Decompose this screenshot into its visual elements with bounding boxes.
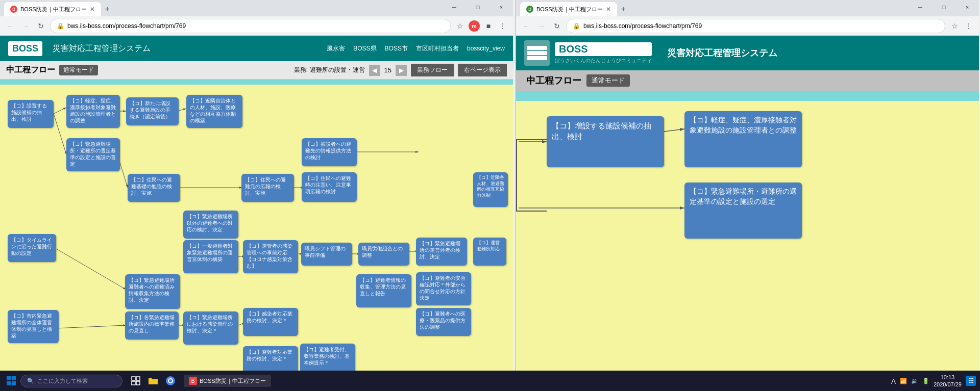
header-nav: 風水害 BOSS県 BOSS市 市区町村担当者 bosscity_view [327,44,505,53]
right-node-rn2[interactable]: 【コ】軽症、疑症、濃厚接触者対象避難施設の施設管理者との調整 [684,111,802,167]
file-explorer-btn[interactable] [146,374,160,388]
node-n14[interactable]: 職員シフト管理の事前準備 [301,243,352,266]
svg-point-33 [169,379,172,382]
nav-boss-pref[interactable]: BOSS県 [353,44,376,53]
taskbar-search-box[interactable]: 🔍 ここに入力して検索 [20,375,122,387]
forward-btn[interactable]: → [19,20,32,32]
new-tab-btn[interactable]: + [101,2,114,16]
nav-bosscity-view[interactable]: bosscity_view [467,45,505,52]
profile-area[interactable]: m [468,20,480,32]
node-n24[interactable]: 【コ】各緊急避難場所施設内の標準業務の見直し [125,311,179,340]
workflow-btn[interactable]: 業務フロー [411,64,454,76]
tab-close-btn[interactable]: ✕ [90,6,95,13]
node-n4[interactable]: 【コ】近隣自治体との人材、施設、医療などの相互協力体制の構築 [186,95,242,128]
volume-icon: 🔉 [911,378,918,384]
right-browser-controls: ← → ↻ 🔒 ☆ ⋮ [516,16,979,36]
maximize-btn[interactable]: □ [466,0,489,14]
node-n21[interactable]: 【コ】感染者対応業務の検討、決定＊ [243,308,298,336]
tab-label: BOSS防災｜中工程フロー [20,6,87,13]
node-n19[interactable]: 【コ】避難者情報の収集、管理方法の見直しと報告 [356,274,411,307]
right-minimize-btn[interactable]: ─ [909,0,932,14]
svg-rect-27 [136,377,140,380]
right-logo-img [524,40,550,66]
back-btn[interactable]: ← [4,20,16,32]
left-browser-window: B BOSS防災｜中工程フロー ✕ + ─ □ × ← → ↻ 🔒 ☆ m ■ … [0,0,513,371]
tray-chevron[interactable]: ⋀ [891,378,896,384]
node-n12[interactable]: 【コ】一般避難者対象緊急避難場所の運営宮体制の構築 [183,240,238,273]
right-node-rn1[interactable]: 【コ】増設する施設候補の抽出、検討 [547,116,664,167]
node-n22[interactable]: 【コ】避難者への医療・医薬品の提供方法の調整 [416,308,471,336]
page-num: 15 [384,66,391,74]
node-n26[interactable]: 【コ】避難者対応業務の検討、決定＊ [243,346,298,371]
node-n1[interactable]: 【コ】設置する施設候補の抽出、検討 [8,100,54,128]
taskbar-clock[interactable]: 10:13 2020/07/29 [934,374,962,388]
nav-kazuisho[interactable]: 風水害 [327,44,345,53]
entry-line-bottom [516,211,547,212]
taskbar-boss-app[interactable]: B BOSS防災｜中工程フロー [184,375,271,387]
start-btn[interactable] [4,374,18,388]
nav-boss-city[interactable]: BOSS市 [385,44,408,53]
right-logo-bar3 [527,56,547,60]
node-n5[interactable]: 【コ】緊急避難場所・避難所の選定基準の設定と施設の選定 [66,138,120,171]
search-icon: 🔍 [27,378,34,384]
reload-btn[interactable]: ↻ [35,20,47,32]
chrome-taskbar-btn[interactable] [163,374,178,388]
notification-btn[interactable]: ☷ [966,376,976,386]
svg-rect-28 [132,381,135,385]
right-node-rn3[interactable]: 【コ】緊急避難場所・避難所の選定基準の設定と施設の選定 [684,183,802,239]
close-btn[interactable]: × [489,0,513,14]
right-forward-btn[interactable]: → [535,20,548,32]
node-n6[interactable]: 【コ】住民への避難基礎の勉強の検討、実施 [128,174,180,202]
node-n10[interactable]: 【コ】緊急避難場所以外の避難者への対応の検討、決定 [183,211,238,239]
page-display-btn[interactable]: 右ページ表示 [458,64,507,76]
right-url-input[interactable] [583,22,939,30]
node-n27[interactable]: 【コ】避難者受付、収容業務の検討、基本例提示＊ [300,344,355,371]
toolbar-right: 業務: 避難所の設置・運営 ◀ 15 ▶ 業務フロー 右ページ表示 [294,64,507,76]
right-address-bar[interactable]: 🔒 [566,19,945,33]
tab-favicon: B [10,6,17,13]
right-maximize-btn[interactable]: □ [932,0,955,14]
right-reload-btn[interactable]: ↻ [551,20,563,32]
task-view-icon [131,376,140,385]
bookmark-btn[interactable]: ☆ [454,20,466,32]
extensions-btn[interactable]: ■ [482,20,495,32]
node-n18[interactable]: 【コ】緊急避難場所避難者への避難済み情報収集方法の検討、決定 [125,274,180,309]
right-back-btn[interactable]: ← [520,20,532,32]
node-n16[interactable]: 【コ】緊急避難場所の運営外者の検討、決定 [416,238,467,266]
node-n23[interactable]: 【コ】市内緊急避難場所の全体運営体制の見直しと構築 [8,310,59,343]
nav-municipal[interactable]: 市区町村担当者 [416,44,459,53]
node-n11[interactable]: 【コ】タイムラインに沿った避難行動の設定 [8,234,56,262]
node-n7[interactable]: 【コ】住民への避難元の広報の検討、実施 [241,174,294,202]
right-new-tab-btn[interactable]: + [617,2,630,16]
right-browser-tab[interactable]: B BOSS防災｜中工程フロー ✕ [520,2,617,16]
svg-rect-22 [7,376,11,380]
boss-app-label: BOSS防災｜中工程フロー [200,377,266,385]
url-input[interactable] [67,22,444,30]
task-view-btn[interactable] [129,374,143,388]
boss-app-icon: B [189,377,197,385]
right-tab-label: BOSS防災｜中工程フロー [536,6,603,13]
right-close-btn[interactable]: × [955,0,979,14]
prev-page-btn[interactable]: ◀ [369,65,380,76]
node-n28[interactable]: 【コ】近隣各人材、遊避難所の相互互協力体制 [473,172,508,207]
node-n20[interactable]: 【コ】避難者の安否確認対応＊外部からの問合せ対応の方針決定 [416,272,471,305]
node-n9[interactable]: 【コ】住民への避難時の注意い、注意事項広報の検討 [302,172,357,202]
right-tab-close-btn[interactable]: ✕ [606,6,611,13]
menu-btn[interactable]: ⋮ [497,20,509,32]
node-n8[interactable]: 【コ】被設者への避難先の情報提供方法の検討 [302,138,357,166]
node-n3[interactable]: 【コ】新たに増設する避難施設の手続き（認定前後） [126,97,179,125]
node-n2[interactable]: 【コ】軽症、疑症、濃厚接触者対象避難施設の施設管理者との調整 [66,95,120,128]
page-title-area: 中工程フロー 通常モード [6,65,98,75]
right-menu-btn[interactable]: ⋮ [963,20,975,32]
entry-line-vertical [516,140,517,212]
node-n25[interactable]: 【コ】緊急避難場所における感染管理の検討、決定＊ [183,311,238,345]
node-n17[interactable]: 【コ】運営避難所対応 [473,238,506,266]
right-bookmark-btn[interactable]: ☆ [948,20,961,32]
right-browser-window: B BOSS防災｜中工程フロー ✕ + ─ □ × ← → ↻ 🔒 ☆ ⋮ [516,0,979,371]
next-page-btn[interactable]: ▶ [396,65,407,76]
node-n15[interactable]: 職員労働組合との調整 [358,243,409,266]
address-bar[interactable]: 🔒 [50,19,451,33]
minimize-btn[interactable]: ─ [443,0,466,14]
node-n13[interactable]: 【コ】運管者の感染管理への事前対応【コロナ感染対策含む】 [243,240,298,273]
left-browser-tab[interactable]: B BOSS防災｜中工程フロー ✕ [4,2,101,16]
